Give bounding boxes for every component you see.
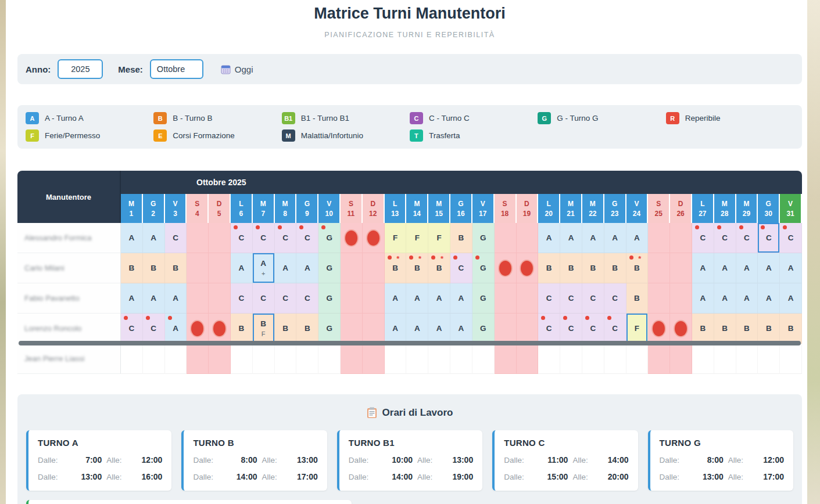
- day-header-4[interactable]: S4: [187, 194, 209, 223]
- shift-cell-r4-d3[interactable]: A: [165, 314, 187, 344]
- shift-cell-r5-d18[interactable]: [495, 344, 517, 374]
- shift-cell-r5-d25[interactable]: [648, 344, 670, 374]
- shift-cell-r5-d4[interactable]: [187, 344, 209, 374]
- shift-cell-r3-d14[interactable]: A: [406, 283, 428, 314]
- shift-cell-r2-d26[interactable]: [670, 253, 692, 283]
- day-header-7[interactable]: M7: [253, 194, 275, 223]
- shift-cell-r5-d11[interactable]: [341, 344, 363, 374]
- shift-cell-r5-d12[interactable]: [363, 344, 385, 374]
- shift-cell-r3-d12[interactable]: [363, 283, 385, 314]
- shift-cell-r1-d26[interactable]: [670, 223, 692, 253]
- shift-cell-r5-d30[interactable]: [758, 344, 780, 374]
- shift-cell-r5-d3[interactable]: [165, 344, 187, 374]
- shift-cell-r3-d21[interactable]: C: [560, 283, 582, 314]
- shift-cell-r4-d18[interactable]: [495, 314, 517, 344]
- shift-cell-r1-d9[interactable]: C: [296, 223, 318, 253]
- shift-cell-r4-d6[interactable]: B: [231, 314, 253, 344]
- day-header-20[interactable]: L20: [538, 194, 560, 223]
- shift-cell-r2-d22[interactable]: B: [582, 253, 604, 283]
- shift-cell-r3-d27[interactable]: A: [692, 283, 714, 314]
- day-header-17[interactable]: V17: [472, 194, 495, 223]
- shift-cell-r1-d31[interactable]: C: [780, 223, 802, 253]
- shift-cell-r3-d6[interactable]: C: [231, 283, 253, 314]
- shift-cell-r2-d11[interactable]: [341, 253, 363, 283]
- shift-cell-r4-d23[interactable]: C: [604, 314, 626, 344]
- shift-cell-r2-d17[interactable]: G: [472, 253, 495, 283]
- shift-cell-r3-d24[interactable]: B: [626, 283, 649, 314]
- shift-cell-r1-d12[interactable]: [363, 223, 385, 253]
- day-header-18[interactable]: S18: [495, 194, 517, 223]
- shift-cell-r1-d27[interactable]: C: [692, 223, 714, 253]
- shift-cell-r1-d15[interactable]: F: [428, 223, 450, 253]
- shift-cell-r4-d1[interactable]: C: [121, 314, 143, 344]
- shift-cell-r5-d10[interactable]: [318, 344, 341, 374]
- shift-cell-r3-d4[interactable]: [187, 283, 209, 314]
- day-header-24[interactable]: V24: [626, 194, 649, 223]
- shift-cell-r3-d26[interactable]: [670, 283, 692, 314]
- day-header-25[interactable]: S25: [648, 194, 670, 223]
- day-header-12[interactable]: D12: [363, 194, 385, 223]
- day-header-9[interactable]: G9: [296, 194, 318, 223]
- day-header-19[interactable]: D19: [517, 194, 539, 223]
- shift-cell-r1-d22[interactable]: A: [582, 223, 604, 253]
- shift-cell-r4-d15[interactable]: A: [428, 314, 450, 344]
- shift-cell-r2-d21[interactable]: B: [560, 253, 582, 283]
- day-header-2[interactable]: G2: [143, 194, 165, 223]
- day-header-5[interactable]: D5: [209, 194, 231, 223]
- shift-cell-r2-d25[interactable]: [648, 253, 670, 283]
- shift-cell-r4-d20[interactable]: C: [538, 314, 560, 344]
- shift-cell-r3-d3[interactable]: A: [165, 283, 187, 314]
- shift-cell-r3-d30[interactable]: A: [758, 283, 780, 314]
- shift-cell-r2-d9[interactable]: A: [296, 253, 318, 283]
- shift-cell-r1-d20[interactable]: A: [538, 223, 560, 253]
- day-header-29[interactable]: M29: [736, 194, 758, 223]
- shift-cell-r5-d2[interactable]: [143, 344, 165, 374]
- shift-cell-r1-d8[interactable]: C: [275, 223, 297, 253]
- shift-cell-r5-d9[interactable]: [296, 344, 318, 374]
- shift-cell-r1-d17[interactable]: G: [472, 223, 495, 253]
- shift-cell-r4-d30[interactable]: B: [758, 314, 780, 344]
- shift-cell-r5-d23[interactable]: [604, 344, 626, 374]
- shift-cell-r2-d10[interactable]: G: [318, 253, 341, 283]
- shift-cell-r5-d22[interactable]: [582, 344, 604, 374]
- shift-cell-r5-d19[interactable]: [517, 344, 539, 374]
- shift-cell-r2-d20[interactable]: B: [538, 253, 560, 283]
- today-button[interactable]: Oggi: [221, 64, 253, 74]
- shift-cell-r4-d27[interactable]: B: [692, 314, 714, 344]
- shift-cell-r3-d23[interactable]: C: [604, 283, 626, 314]
- horizontal-scrollbar[interactable]: [19, 341, 801, 345]
- shift-cell-r2-d31[interactable]: A: [780, 253, 802, 283]
- day-header-22[interactable]: M22: [582, 194, 604, 223]
- day-header-10[interactable]: V10: [318, 194, 341, 223]
- shift-cell-r3-d20[interactable]: C: [538, 283, 560, 314]
- shift-cell-r5-d16[interactable]: [450, 344, 472, 374]
- shift-cell-r4-d26[interactable]: [670, 314, 692, 344]
- shift-cell-r1-d19[interactable]: [517, 223, 539, 253]
- shift-cell-r3-d19[interactable]: [517, 283, 539, 314]
- shift-cell-r2-d29[interactable]: A: [736, 253, 758, 283]
- shift-cell-r4-d19[interactable]: [517, 314, 539, 344]
- shift-cell-r3-d8[interactable]: C: [275, 283, 297, 314]
- shift-cell-r4-d21[interactable]: C: [560, 314, 582, 344]
- shift-cell-r4-d7[interactable]: BF: [253, 314, 275, 344]
- shift-cell-r4-d17[interactable]: G: [472, 314, 495, 344]
- shift-cell-r5-d13[interactable]: [385, 344, 407, 374]
- shift-cell-r4-d28[interactable]: B: [714, 314, 736, 344]
- shift-cell-r2-d1[interactable]: B: [121, 253, 143, 283]
- shift-cell-r5-d27[interactable]: [692, 344, 714, 374]
- shift-cell-r3-d11[interactable]: [341, 283, 363, 314]
- shift-cell-r1-d23[interactable]: A: [604, 223, 626, 253]
- shift-cell-r2-d18[interactable]: [495, 253, 517, 283]
- shift-cell-r2-d24[interactable]: B*: [626, 253, 649, 283]
- shift-cell-r1-d18[interactable]: [495, 223, 517, 253]
- day-header-14[interactable]: M14: [406, 194, 428, 223]
- day-header-16[interactable]: G16: [450, 194, 472, 223]
- shift-cell-r2-d16[interactable]: C: [450, 253, 472, 283]
- shift-cell-r2-d4[interactable]: [187, 253, 209, 283]
- shift-cell-r5-d26[interactable]: [670, 344, 692, 374]
- shift-cell-r1-d4[interactable]: [187, 223, 209, 253]
- shift-cell-r1-d3[interactable]: C: [165, 223, 187, 253]
- shift-cell-r4-d2[interactable]: C: [143, 314, 165, 344]
- shift-cell-r4-d14[interactable]: A: [406, 314, 428, 344]
- shift-cell-r2-d27[interactable]: A: [692, 253, 714, 283]
